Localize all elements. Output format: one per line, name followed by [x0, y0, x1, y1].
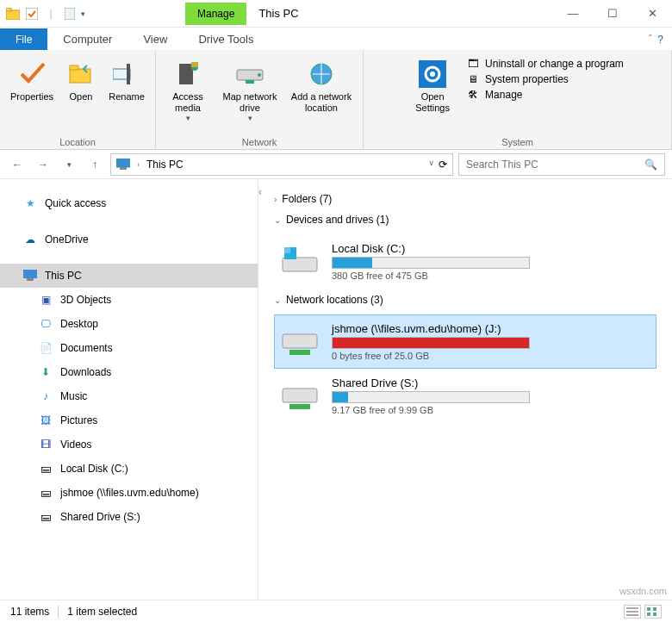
splitter-icon[interactable]: ‹ [258, 186, 263, 198]
explorer-icon [5, 6, 21, 22]
nav-shared-drive[interactable]: 🖴Shared Drive (S:) [0, 505, 258, 529]
qat-item-2[interactable] [62, 6, 78, 22]
system-properties-button[interactable]: 🖥System properties [466, 72, 624, 86]
drive-shared[interactable]: Shared Drive (S:) 9.17 GB free of 9.99 G… [274, 369, 656, 423]
music-icon: ♪ [38, 389, 53, 404]
open-settings-button[interactable]: Open Settings [408, 55, 457, 134]
status-bar: 11 items 1 item selected [0, 600, 672, 622]
tab-file[interactable]: File [0, 28, 47, 50]
properties-button[interactable]: Properties [7, 55, 57, 134]
group-system: Open Settings 🗔Uninstall or change a pro… [364, 50, 672, 149]
divider [58, 606, 59, 618]
svg-rect-26 [289, 350, 310, 355]
local-disk-icon [280, 245, 320, 279]
cube-icon: ▣ [38, 292, 53, 308]
address-bar[interactable]: › This PC v ⟳ [110, 153, 453, 176]
search-icon[interactable]: 🔍 [644, 159, 657, 171]
cloud-icon: ☁ [22, 232, 38, 247]
group-network: Access media▾ Map network drive▾ Add a n… [156, 50, 364, 149]
pc-icon [22, 268, 38, 283]
section-folders[interactable]: ›Folders (7) [274, 193, 656, 205]
pc-icon [116, 159, 130, 171]
open-button[interactable]: Open [62, 55, 100, 134]
nav-quick-access[interactable]: ★Quick access [0, 191, 258, 215]
view-icons-button[interactable] [644, 605, 662, 619]
access-media-button[interactable]: Access media▾ [163, 55, 213, 134]
nav-3d-objects[interactable]: ▣3D Objects [0, 288, 258, 312]
section-network[interactable]: ⌄Network locations (3) [274, 294, 656, 306]
rename-icon [111, 59, 142, 90]
nav-local-disk[interactable]: 🖴Local Disk (C:) [0, 457, 258, 481]
nav-music[interactable]: ♪Music [0, 384, 258, 408]
drive-name: Shared Drive (S:) [332, 376, 530, 389]
rename-button[interactable]: Rename [105, 55, 148, 134]
desktop-icon: 🖵 [38, 316, 53, 332]
chevron-right-icon[interactable]: › [137, 160, 140, 169]
manage-context-tab[interactable]: Manage [185, 3, 246, 25]
properties-icon: 🖥 [466, 72, 480, 86]
tab-view[interactable]: View [128, 28, 183, 50]
documents-icon: 📄 [38, 340, 53, 356]
forward-button[interactable]: → [33, 154, 53, 175]
svg-rect-20 [23, 270, 37, 278]
manage-button[interactable]: 🛠Manage [466, 88, 624, 102]
nav-onedrive[interactable]: ☁OneDrive [0, 227, 258, 252]
group-label-system: System [501, 137, 533, 147]
ribbon-collapse-icon[interactable]: ˆ ? [640, 29, 672, 50]
nav-this-pc[interactable]: This PC [0, 264, 258, 288]
add-location-button[interactable]: Add a network location [287, 55, 356, 134]
search-input[interactable] [466, 159, 644, 171]
back-button[interactable]: ← [7, 154, 28, 175]
minimize-button[interactable]: — [553, 2, 593, 26]
chevron-down-icon: ▾ [248, 114, 252, 122]
view-details-button[interactable] [624, 605, 641, 619]
checkmark-icon [16, 59, 47, 90]
close-button[interactable]: ✕ [632, 2, 672, 26]
group-label-location: Location [59, 137, 96, 147]
uninstall-button[interactable]: 🗔Uninstall or change a program [466, 57, 624, 71]
svg-rect-3 [65, 8, 75, 20]
nav-documents[interactable]: 📄Documents [0, 336, 258, 360]
group-label-network: Network [242, 137, 277, 147]
drive-jshmoe[interactable]: jshmoe (\\files.uvm.edu\home) (J:) 0 byt… [274, 314, 656, 369]
drive-subtext: 380 GB free of 475 GB [332, 271, 530, 281]
capacity-bar [332, 337, 530, 349]
nav-downloads[interactable]: ⬇Downloads [0, 360, 258, 384]
network-drive-icon: 🖴 [38, 509, 53, 525]
section-devices[interactable]: ⌄Devices and drives (1) [274, 214, 656, 226]
refresh-button[interactable]: ⟳ [439, 159, 447, 171]
qat-separator-icon: | [43, 6, 59, 22]
status-items: 11 items [10, 606, 49, 618]
nav-jshmoe[interactable]: 🖴jshmoe (\\files.uvm.edu\home) [0, 481, 258, 505]
recent-dropdown[interactable]: ▾ [59, 154, 79, 175]
svg-rect-32 [653, 613, 656, 616]
svg-rect-8 [179, 64, 193, 84]
map-drive-button[interactable]: Map network drive▾ [218, 55, 282, 134]
svg-rect-18 [116, 159, 130, 167]
up-button[interactable]: ↑ [84, 154, 105, 175]
tab-computer[interactable]: Computer [47, 28, 128, 50]
svg-rect-21 [27, 278, 34, 281]
svg-point-12 [258, 73, 261, 77]
tab-drive-tools[interactable]: Drive Tools [183, 28, 269, 50]
maximize-button[interactable]: ☐ [593, 2, 632, 26]
search-box[interactable]: 🔍 [458, 153, 665, 176]
nav-desktop[interactable]: 🖵Desktop [0, 312, 258, 336]
drive-local[interactable]: Local Disk (C:) 380 GB free of 475 GB [274, 234, 656, 289]
navigation-pane: ‹ ★Quick access ☁OneDrive This PC ▣3D Ob… [0, 179, 258, 600]
svg-rect-31 [647, 613, 650, 616]
address-dropdown-icon[interactable]: v [430, 159, 434, 171]
svg-rect-30 [653, 607, 656, 611]
qat-item-1[interactable] [24, 6, 40, 22]
network-drive-icon [280, 379, 320, 414]
svg-rect-2 [26, 8, 38, 20]
svg-rect-29 [647, 607, 650, 611]
svg-rect-0 [6, 10, 20, 20]
nav-videos[interactable]: 🎞Videos [0, 432, 258, 457]
svg-rect-10 [191, 62, 198, 67]
svg-rect-7 [127, 64, 130, 84]
breadcrumb[interactable]: This PC [146, 159, 184, 171]
status-selected: 1 item selected [67, 606, 137, 618]
nav-pictures[interactable]: 🖼Pictures [0, 408, 258, 432]
qat-dropdown-icon[interactable]: ▾ [81, 9, 85, 18]
